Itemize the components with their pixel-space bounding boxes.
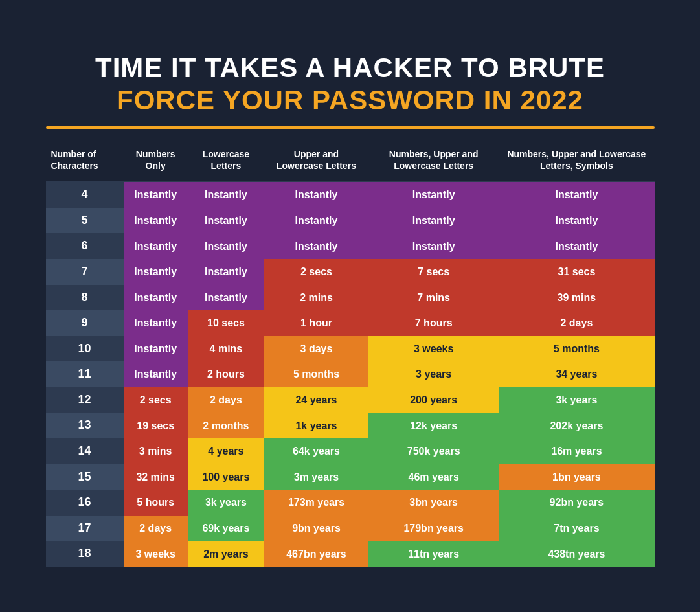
char-count-cell: 9 <box>46 310 124 336</box>
main-title: TIME IT TAKES A HACKER TO BRUTE FORCE YO… <box>46 52 655 117</box>
data-cell: Instantly <box>124 361 188 387</box>
data-cell: 64k years <box>264 438 368 464</box>
header-upper-lower: Upper and Lowercase Letters <box>264 142 368 181</box>
data-cell: 5 hours <box>124 490 188 516</box>
data-cell: 4 mins <box>188 336 264 362</box>
table-row: 10Instantly4 mins3 days3 weeks5 months <box>46 336 655 362</box>
char-count-cell: 11 <box>46 361 124 387</box>
char-count-cell: 10 <box>46 336 124 362</box>
char-count-cell: 13 <box>46 413 124 438</box>
data-cell: 1 hour <box>264 310 368 336</box>
data-cell: Instantly <box>124 336 188 362</box>
data-cell: 3 mins <box>124 438 188 464</box>
data-cell: 3k years <box>188 490 264 516</box>
data-cell: Instantly <box>124 310 188 336</box>
data-cell: Instantly <box>499 233 654 259</box>
data-cell: 69k years <box>188 516 264 541</box>
data-cell: Instantly <box>264 233 368 259</box>
data-cell: 1k years <box>264 413 368 438</box>
data-cell: 9bn years <box>264 516 368 541</box>
table-row: 1532 mins100 years3m years46m years1bn y… <box>46 464 655 490</box>
data-cell: 34 years <box>499 361 654 387</box>
data-cell: 2 secs <box>124 387 188 413</box>
data-cell: 3 years <box>368 361 499 387</box>
data-cell: 7 mins <box>368 285 499 311</box>
header-numbers-only: Numbers Only <box>124 142 188 181</box>
table-header-row: Number of Characters Numbers Only Lowerc… <box>46 142 655 181</box>
data-cell: 2 mins <box>264 285 368 311</box>
data-cell: 200 years <box>368 387 499 413</box>
data-cell: Instantly <box>264 181 368 208</box>
char-count-cell: 4 <box>46 181 124 208</box>
char-count-cell: 7 <box>46 259 124 285</box>
data-cell: 7 secs <box>368 259 499 285</box>
table-row: 9Instantly10 secs1 hour7 hours2 days <box>46 310 655 336</box>
data-cell: 2 days <box>499 310 654 336</box>
main-container: TIME IT TAKES A HACKER TO BRUTE FORCE YO… <box>27 32 674 580</box>
table-row: 4InstantlyInstantlyInstantlyInstantlyIns… <box>46 181 655 208</box>
data-cell: 3 days <box>264 336 368 362</box>
data-cell: Instantly <box>368 233 499 259</box>
data-cell: 7 hours <box>368 310 499 336</box>
data-cell: 7tn years <box>499 516 654 541</box>
data-cell: 2 days <box>188 387 264 413</box>
char-count-cell: 5 <box>46 208 124 234</box>
header-numbers-upper-lower: Numbers, Upper and Lowercase Letters <box>368 142 499 181</box>
data-cell: Instantly <box>368 181 499 208</box>
data-cell: 92bn years <box>499 490 654 516</box>
table-row: 143 mins4 years64k years750k years16m ye… <box>46 438 655 464</box>
data-cell: 100 years <box>188 464 264 490</box>
data-cell: 202k years <box>499 413 654 438</box>
data-cell: 3m years <box>264 464 368 490</box>
data-cell: 2 days <box>124 516 188 541</box>
data-cell: 3 weeks <box>124 541 188 567</box>
data-cell: 173m years <box>264 490 368 516</box>
data-cell: 10 secs <box>188 310 264 336</box>
header-lowercase: Lowercase Letters <box>188 142 264 181</box>
table-row: 6InstantlyInstantlyInstantlyInstantlyIns… <box>46 233 655 259</box>
table-row: 172 days69k years9bn years179bn years7tn… <box>46 516 655 541</box>
data-cell: 31 secs <box>499 259 654 285</box>
data-cell: 750k years <box>368 438 499 464</box>
data-cell: Instantly <box>368 208 499 234</box>
table-row: 122 secs2 days24 years200 years3k years <box>46 387 655 413</box>
data-cell: 4 years <box>188 438 264 464</box>
data-cell: 19 secs <box>124 413 188 438</box>
char-count-cell: 15 <box>46 464 124 490</box>
gold-divider <box>46 126 655 129</box>
char-count-cell: 6 <box>46 233 124 259</box>
data-cell: 2m years <box>188 541 264 567</box>
data-cell: 2 hours <box>188 361 264 387</box>
data-cell: 2 months <box>188 413 264 438</box>
char-count-cell: 16 <box>46 490 124 516</box>
data-cell: 438tn years <box>499 541 654 567</box>
header-numbers-upper-lower-symbols: Numbers, Upper and Lowercase Letters, Sy… <box>499 142 654 181</box>
char-count-cell: 14 <box>46 438 124 464</box>
data-cell: 2 secs <box>264 259 368 285</box>
data-cell: Instantly <box>188 285 264 311</box>
table-row: 5InstantlyInstantlyInstantlyInstantlyIns… <box>46 208 655 234</box>
data-cell: 16m years <box>499 438 654 464</box>
data-cell: Instantly <box>188 208 264 234</box>
char-count-cell: 12 <box>46 387 124 413</box>
data-cell: Instantly <box>124 259 188 285</box>
data-cell: Instantly <box>188 233 264 259</box>
header-num-chars: Number of Characters <box>46 142 124 181</box>
data-cell: 3bn years <box>368 490 499 516</box>
data-cell: Instantly <box>124 233 188 259</box>
data-cell: Instantly <box>188 181 264 208</box>
data-cell: 5 months <box>499 336 654 362</box>
data-cell: 3 weeks <box>368 336 499 362</box>
data-cell: 5 months <box>264 361 368 387</box>
char-count-cell: 8 <box>46 285 124 311</box>
data-cell: Instantly <box>499 208 654 234</box>
data-cell: 3k years <box>499 387 654 413</box>
data-cell: Instantly <box>124 208 188 234</box>
char-count-cell: 17 <box>46 516 124 541</box>
table-row: 8InstantlyInstantly2 mins7 mins39 mins <box>46 285 655 311</box>
data-cell: 179bn years <box>368 516 499 541</box>
data-cell: 467bn years <box>264 541 368 567</box>
data-cell: 39 mins <box>499 285 654 311</box>
data-cell: 24 years <box>264 387 368 413</box>
char-count-cell: 18 <box>46 541 124 567</box>
